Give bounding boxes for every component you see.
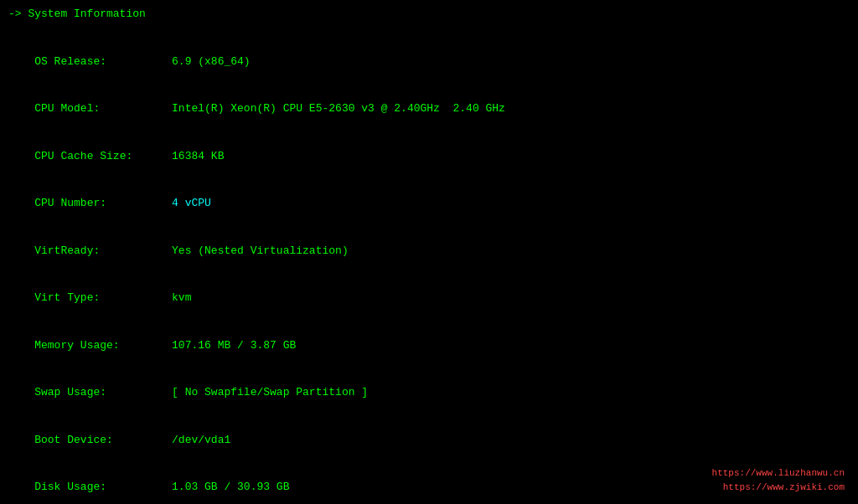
virt-type-label: Virt Type:	[34, 291, 172, 304]
os-release-label: OS Release:	[34, 55, 172, 68]
virtready-value: Yes (Nested Virtualization)	[172, 244, 349, 257]
cpu-cache-line: CPU Cache Size: 16384 KB	[8, 133, 850, 181]
boot-device-label: Boot Device:	[34, 434, 172, 446]
terminal: -> System Information OS Release: 6.9 (x…	[8, 7, 850, 497]
system-info-header: -> System Information	[8, 7, 850, 23]
cpu-cache-label: CPU Cache Size:	[34, 150, 172, 162]
cpu-number-label: CPU Number:	[34, 197, 172, 209]
boot-device-line: Boot Device: /dev/vda1	[8, 417, 850, 465]
memory-usage-value: 107.16 MB / 3.87 GB	[172, 339, 296, 352]
cpu-model-line: CPU Model: Intel(R) Xeon(R) CPU E5-2630 …	[8, 85, 850, 133]
cpu-model-label: CPU Model:	[34, 102, 172, 115]
os-release-value: 6.9 (x86_64)	[172, 55, 251, 68]
cpu-model-value: Intel(R) Xeon(R) CPU E5-2630 v3 @ 2.40GH…	[172, 102, 505, 115]
cpu-number-line: CPU Number: 4 vCPU	[8, 180, 850, 228]
watermark-line2: https://www.zjwiki.com	[712, 481, 845, 495]
swap-usage-label: Swap Usage:	[34, 386, 172, 399]
swap-usage-line: Swap Usage: [ No Swapfile/Swap Partition…	[8, 369, 850, 417]
disk-usage-label: Disk Usage:	[34, 481, 172, 493]
memory-usage-label: Memory Usage:	[34, 339, 172, 352]
memory-usage-line: Memory Usage: 107.16 MB / 3.87 GB	[8, 322, 850, 370]
watermark: https://www.liuzhanwu.cn https://www.zjw…	[712, 466, 845, 494]
watermark-line1: https://www.liuzhanwu.cn	[712, 466, 845, 481]
disk-usage-value: 1.03 GB / 30.93 GB	[172, 481, 289, 493]
swap-usage-value: [ No Swapfile/Swap Partition ]	[172, 386, 368, 399]
cpu-number-value: 4 vCPU	[172, 197, 211, 209]
boot-device-value: /dev/vda1	[172, 434, 230, 446]
blank-line-1	[8, 23, 850, 39]
virt-type-line: Virt Type: kvm	[8, 275, 850, 322]
virtready-line: VirtReady: Yes (Nested Virtualization)	[8, 228, 850, 275]
cpu-cache-value: 16384 KB	[172, 150, 224, 162]
virtready-label: VirtReady:	[34, 244, 172, 257]
virt-type-value: kvm	[172, 291, 191, 304]
os-release-line: OS Release: 6.9 (x86_64)	[8, 39, 850, 86]
